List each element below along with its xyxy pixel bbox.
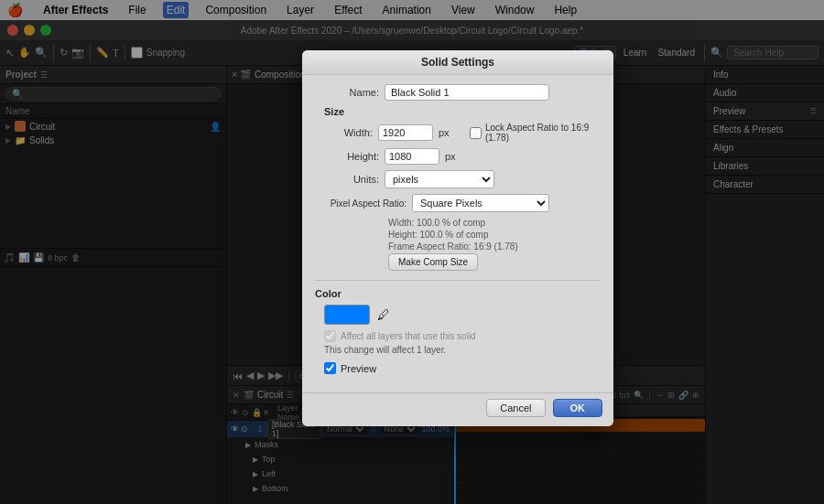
menu-view[interactable]: View (448, 2, 479, 18)
panel-item-effects[interactable]: Effects & Presets (706, 121, 824, 139)
solid-settings-dialog[interactable]: Solid Settings Name: Size Width: px Lock… (302, 50, 613, 426)
search-icon[interactable]: 🔍 (710, 47, 723, 59)
tl-btn3[interactable]: 🔗 (678, 391, 688, 400)
file-list: Name ▶ Circuit 👤 ▶ 📁 Solids (0, 104, 226, 248)
sub-layer-left[interactable]: ▶ Left (227, 466, 453, 481)
expand-left-icon: ▶ (253, 470, 258, 478)
menu-animation[interactable]: Animation (379, 2, 435, 18)
aspect-row: Pixel Aspect Ratio: Square Pixels D1/DV … (315, 194, 601, 212)
sub-layer-masks[interactable]: ▶ Masks (227, 437, 453, 452)
sub-layer-bottom[interactable]: ▶ Bottom (227, 481, 453, 496)
bottom-panel-icon2[interactable]: 📊 (18, 252, 29, 263)
dialog-divider (315, 280, 601, 281)
title-bar: Adobe After Effects 2020 – /Users/sgruen… (0, 20, 824, 40)
affect-checkbox-row: Affect all layers that use this solid (324, 330, 601, 342)
expand-top-icon: ▶ (253, 456, 258, 464)
make-comp-size-button[interactable]: Make Comp Size (388, 253, 478, 271)
tool-camera[interactable]: 📷 (71, 47, 84, 59)
close-button[interactable] (7, 25, 18, 36)
track-row-3 (454, 450, 705, 466)
bottom-panel-icon1[interactable]: 🎵 (4, 252, 15, 263)
ctrl-icon-play[interactable]: ▶ (257, 370, 265, 381)
menu-window[interactable]: Window (492, 2, 538, 18)
cancel-button[interactable]: Cancel (486, 399, 545, 417)
trash-icon[interactable]: 🗑 (71, 252, 81, 263)
tool-type[interactable]: T (113, 48, 119, 59)
lock-aspect-checkbox[interactable] (470, 127, 482, 139)
close-comp-btn[interactable]: ✕ (231, 70, 238, 80)
project-panel-menu[interactable]: ☰ (40, 70, 48, 80)
preview-row: Preview (324, 362, 601, 374)
preview-menu-icon[interactable]: ☰ (810, 107, 817, 115)
bpc-label: 8 bpc (48, 253, 68, 263)
file-name-solids: Solids (29, 135, 54, 145)
affect-checkbox[interactable] (324, 330, 336, 342)
height-input[interactable] (385, 148, 439, 165)
left-label: Left (262, 469, 276, 478)
search-timeline-icon[interactable]: 🔍 (634, 391, 644, 400)
ctrl-icon-4[interactable]: ▶▶ (268, 370, 283, 381)
tl-btn1[interactable]: ↔ (656, 391, 664, 400)
file-list-header: Name (0, 104, 226, 119)
file-item-circuit[interactable]: ▶ Circuit 👤 (0, 119, 226, 134)
snapping-checkbox[interactable] (131, 47, 143, 59)
panel-item-character[interactable]: Character (706, 176, 824, 194)
tool-hand[interactable]: ✋ (18, 47, 31, 59)
close-timeline-btn[interactable]: ✕ (233, 391, 240, 400)
tool-pen[interactable]: ✏️ (96, 47, 109, 59)
units-select[interactable]: pixels percent (385, 170, 494, 188)
menu-help[interactable]: Help (550, 2, 580, 18)
menu-effect[interactable]: Effect (331, 2, 365, 18)
menu-layer[interactable]: Layer (283, 2, 318, 18)
ctrl-icon-2[interactable]: ◀ (246, 370, 254, 381)
width-row: Width: px Lock Aspect Ratio to 16:9 (1.7… (315, 123, 601, 143)
maximize-button[interactable] (40, 25, 51, 36)
traffic-lights (7, 25, 51, 36)
preview-label: Preview (341, 363, 376, 374)
comp-icon (15, 121, 26, 132)
file-column-name: Name (5, 106, 30, 116)
width-input[interactable] (378, 124, 433, 141)
panel-item-preview[interactable]: Preview ☰ (706, 102, 824, 121)
panel-item-align[interactable]: Align (706, 139, 824, 157)
tl-btn2[interactable]: ⊞ (667, 391, 675, 400)
file-item-solids[interactable]: ▶ 📁 Solids (0, 134, 226, 147)
bottom-panel-icon3[interactable]: 💾 (33, 252, 44, 263)
standard-label[interactable]: Standard (654, 46, 699, 59)
tool-rotate[interactable]: ↻ (60, 47, 68, 59)
panel-item-libraries[interactable]: Libraries (706, 157, 824, 176)
menu-edit[interactable]: Edit (163, 2, 190, 18)
color-swatch[interactable] (324, 305, 370, 325)
layer-eye-icon[interactable]: 👁 (231, 424, 239, 434)
aspect-select[interactable]: Square Pixels D1/DV NTSC D1/DV PAL (412, 194, 549, 212)
dialog-footer: Cancel OK (302, 392, 613, 426)
preview-checkbox[interactable] (324, 362, 336, 374)
tl-btn4[interactable]: ⊕ (692, 391, 699, 400)
lh-num: # (264, 408, 276, 417)
menu-file[interactable]: File (125, 2, 149, 18)
apple-menu[interactable]: 🍎 (7, 3, 23, 17)
name-input[interactable] (385, 84, 549, 101)
minimize-button[interactable] (24, 25, 35, 36)
project-search-input[interactable] (5, 87, 221, 101)
eyedropper-icon[interactable]: 🖊 (377, 307, 390, 322)
ctrl-icon-1[interactable]: ⏮ (233, 370, 243, 381)
layer-solo-icon[interactable]: ⊙ (241, 424, 248, 434)
top-label: Top (262, 455, 276, 464)
learn-label[interactable]: Learn (620, 46, 651, 59)
tool-select[interactable]: ↖ (5, 47, 15, 59)
panel-item-audio[interactable]: Audio (706, 84, 824, 102)
app-name-menu[interactable]: After Effects (39, 2, 112, 18)
menu-composition[interactable]: Composition (201, 2, 270, 18)
units-row: Units: pixels percent (315, 170, 601, 188)
panel-item-info[interactable]: Info (706, 66, 824, 84)
comp-icon-small: 🎬 (240, 70, 251, 80)
info-height: Height: 100.0 % of comp (388, 230, 601, 240)
ok-button[interactable]: OK (553, 399, 603, 417)
tool-zoom[interactable]: 🔍 (35, 47, 48, 59)
dialog-title-text: Solid Settings (421, 56, 494, 69)
search-help-input-2[interactable] (727, 46, 819, 59)
affect-label: Affect all layers that use this solid (341, 331, 476, 341)
sub-layer-top[interactable]: ▶ Top (227, 452, 453, 466)
timeline-menu[interactable]: ☰ (287, 391, 294, 400)
